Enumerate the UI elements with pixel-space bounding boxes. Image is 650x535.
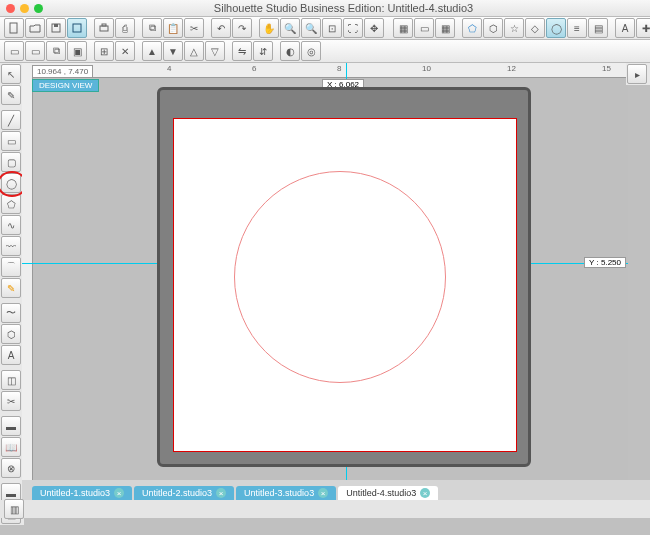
move-button[interactable]: ✥ [364, 18, 384, 38]
new-button[interactable] [4, 18, 24, 38]
close-icon[interactable] [6, 4, 15, 13]
right-toolbar: ▸ [626, 63, 650, 85]
align-button[interactable]: ✚ [636, 18, 650, 38]
group-button[interactable]: ▣ [67, 41, 87, 61]
zoom-out-button[interactable]: 🔍 [301, 18, 321, 38]
save-as-button[interactable] [67, 18, 87, 38]
text-tool[interactable]: A [1, 345, 21, 365]
eraser-tool[interactable]: ◫ [1, 370, 21, 390]
back-button[interactable]: ▼ [163, 41, 183, 61]
select-all-button[interactable]: ▭ [4, 41, 24, 61]
arc-tool[interactable]: ⌒ [1, 257, 21, 277]
rectangle-tool[interactable]: ▭ [1, 131, 21, 151]
svg-rect-3 [73, 24, 81, 32]
send-button[interactable]: ⎙ [115, 18, 135, 38]
weld-button[interactable]: ◐ [280, 41, 300, 61]
undo-button[interactable]: ↶ [211, 18, 231, 38]
edit-points-tool[interactable]: ✎ [1, 85, 21, 105]
document-tabs: Untitled-1.studio3× Untitled-2.studio3× … [22, 480, 650, 500]
close-icon[interactable]: × [420, 488, 430, 498]
knife-tool[interactable]: ✂ [1, 391, 21, 411]
pentagon-icon[interactable]: ⬠ [462, 18, 482, 38]
palette-button[interactable]: ▥ [4, 499, 24, 519]
store-button[interactable]: ⊗ [1, 458, 21, 478]
svg-rect-2 [54, 24, 58, 27]
footer-bar: ▥ [0, 500, 650, 518]
cutting-mat [157, 87, 531, 467]
reg-button[interactable]: ▦ [435, 18, 455, 38]
curve-tool[interactable]: ∿ [1, 215, 21, 235]
open-button[interactable] [25, 18, 45, 38]
shape-tool[interactable]: ⬡ [1, 324, 21, 344]
line-tool[interactable]: ╱ [1, 110, 21, 130]
rounded-rect-tool[interactable]: ▢ [1, 152, 21, 172]
tab-doc-1[interactable]: Untitled-1.studio3× [32, 486, 132, 500]
forward-button[interactable]: △ [184, 41, 204, 61]
copy-button[interactable]: ⧉ [142, 18, 162, 38]
redo-button[interactable]: ↷ [232, 18, 252, 38]
duplicate-button[interactable]: ⧉ [46, 41, 66, 61]
offset-button[interactable]: ◎ [301, 41, 321, 61]
ruler-vertical [22, 77, 33, 518]
star-icon[interactable]: ☆ [504, 18, 524, 38]
window-title: Silhouette Studio Business Edition: Unti… [43, 2, 644, 14]
close-icon[interactable]: × [216, 488, 226, 498]
tab-doc-4[interactable]: Untitled-4.studio3× [338, 486, 438, 500]
pan-button[interactable]: ✋ [259, 18, 279, 38]
text-button[interactable]: A [615, 18, 635, 38]
left-toolbar: ↖ ✎ ╱ ▭ ▢ ◯ ⬠ ∿ 〰 ⌒ ✎ 〜 ⬡ A ◫ ✂ ▬ 📖 ⊗ ▬ … [0, 63, 24, 525]
front-button[interactable]: ▲ [142, 41, 162, 61]
mirror-h-button[interactable]: ⇋ [232, 41, 252, 61]
svg-rect-4 [100, 26, 108, 31]
save-button[interactable] [46, 18, 66, 38]
hexagon-icon[interactable]: ⬡ [483, 18, 503, 38]
toolbar-1: ⎙ ⧉ 📋 ✂ ↶ ↷ ✋ 🔍 🔍 ⊡ ⛶ ✥ ▦ ▭ ▦ ⬠ ⬡ ☆ ◇ ◯ … [0, 17, 650, 40]
freehand-tool[interactable]: 〰 [1, 236, 21, 256]
cut-button[interactable]: ✂ [184, 18, 204, 38]
svg-rect-0 [10, 23, 17, 33]
preview-button[interactable]: ▬ [1, 416, 21, 436]
fit-button[interactable]: ⛶ [343, 18, 363, 38]
ungroup-button[interactable]: ⊞ [94, 41, 114, 61]
ruler-horizontal: 2 4 6 8 10 12 15 [22, 63, 628, 78]
delete-button[interactable]: ✕ [115, 41, 135, 61]
close-icon[interactable]: × [318, 488, 328, 498]
smooth-tool[interactable]: 〜 [1, 303, 21, 323]
page-button[interactable]: ▭ [414, 18, 434, 38]
maximize-icon[interactable] [34, 4, 43, 13]
gradient-icon[interactable]: ▤ [588, 18, 608, 38]
deselect-button[interactable]: ▭ [25, 41, 45, 61]
workspace: ↖ ✎ ╱ ▭ ▢ ◯ ⬠ ∿ 〰 ⌒ ✎ 〜 ⬡ A ◫ ✂ ▬ 📖 ⊗ ▬ … [0, 63, 650, 518]
design-view-badge[interactable]: DESIGN VIEW [32, 79, 99, 92]
panel-toggle-1[interactable]: ▸ [627, 64, 647, 84]
close-icon[interactable]: × [114, 488, 124, 498]
drawn-circle-shape[interactable] [234, 171, 446, 383]
select-tool[interactable]: ↖ [1, 64, 21, 84]
mirror-v-button[interactable]: ⇵ [253, 41, 273, 61]
svg-rect-5 [102, 24, 106, 26]
canvas-area[interactable]: 2 4 6 8 10 12 15 10.964 , 7.470 DESIGN V… [22, 63, 628, 518]
zoom-in-button[interactable]: 🔍 [280, 18, 300, 38]
titlebar: Silhouette Studio Business Edition: Unti… [0, 0, 650, 17]
paste-button[interactable]: 📋 [163, 18, 183, 38]
tab-doc-2[interactable]: Untitled-2.studio3× [134, 486, 234, 500]
coord-readout: 10.964 , 7.470 [32, 65, 93, 78]
toolbar-2: ▭ ▭ ⧉ ▣ ⊞ ✕ ▲ ▼ △ ▽ ⇋ ⇵ ◐ ◎ [0, 40, 650, 63]
design-page[interactable] [173, 118, 517, 452]
line-style-icon[interactable]: ≡ [567, 18, 587, 38]
zoom-select-button[interactable]: ⊡ [322, 18, 342, 38]
y-coord-label: Y : 5.250 [584, 257, 626, 268]
shape-icon[interactable]: ◇ [525, 18, 545, 38]
circle-tool-icon[interactable]: ◯ [546, 18, 566, 38]
grid-button[interactable]: ▦ [393, 18, 413, 38]
polygon-tool[interactable]: ⬠ [1, 194, 21, 214]
pencil-tool[interactable]: ✎ [1, 278, 21, 298]
ellipse-tool[interactable]: ◯ [1, 173, 21, 193]
library-button[interactable]: 📖 [1, 437, 21, 457]
tab-doc-3[interactable]: Untitled-3.studio3× [236, 486, 336, 500]
print-button[interactable] [94, 18, 114, 38]
backward-button[interactable]: ▽ [205, 41, 225, 61]
minimize-icon[interactable] [20, 4, 29, 13]
traffic-lights [6, 4, 43, 13]
